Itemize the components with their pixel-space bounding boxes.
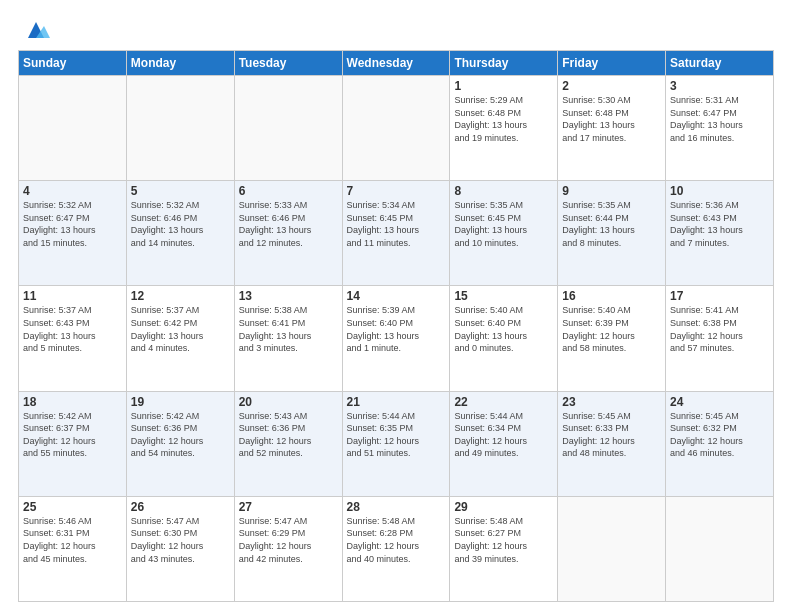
calendar-cell: 14Sunrise: 5:39 AM Sunset: 6:40 PM Dayli…: [342, 286, 450, 391]
calendar-cell: 18Sunrise: 5:42 AM Sunset: 6:37 PM Dayli…: [19, 391, 127, 496]
day-number: 12: [131, 289, 230, 303]
calendar-cell: 24Sunrise: 5:45 AM Sunset: 6:32 PM Dayli…: [666, 391, 774, 496]
day-number: 5: [131, 184, 230, 198]
day-number: 4: [23, 184, 122, 198]
day-info: Sunrise: 5:40 AM Sunset: 6:39 PM Dayligh…: [562, 304, 661, 354]
calendar-week-row: 25Sunrise: 5:46 AM Sunset: 6:31 PM Dayli…: [19, 496, 774, 601]
calendar-cell: 10Sunrise: 5:36 AM Sunset: 6:43 PM Dayli…: [666, 181, 774, 286]
calendar-cell: 29Sunrise: 5:48 AM Sunset: 6:27 PM Dayli…: [450, 496, 558, 601]
weekday-header-tuesday: Tuesday: [234, 51, 342, 76]
day-number: 16: [562, 289, 661, 303]
day-number: 2: [562, 79, 661, 93]
calendar-cell: 17Sunrise: 5:41 AM Sunset: 6:38 PM Dayli…: [666, 286, 774, 391]
calendar-cell: 3Sunrise: 5:31 AM Sunset: 6:47 PM Daylig…: [666, 76, 774, 181]
day-number: 27: [239, 500, 338, 514]
calendar-week-row: 18Sunrise: 5:42 AM Sunset: 6:37 PM Dayli…: [19, 391, 774, 496]
day-info: Sunrise: 5:41 AM Sunset: 6:38 PM Dayligh…: [670, 304, 769, 354]
calendar-cell: 22Sunrise: 5:44 AM Sunset: 6:34 PM Dayli…: [450, 391, 558, 496]
day-number: 11: [23, 289, 122, 303]
day-info: Sunrise: 5:47 AM Sunset: 6:30 PM Dayligh…: [131, 515, 230, 565]
weekday-header-thursday: Thursday: [450, 51, 558, 76]
day-info: Sunrise: 5:48 AM Sunset: 6:28 PM Dayligh…: [347, 515, 446, 565]
calendar-cell: [234, 76, 342, 181]
day-info: Sunrise: 5:40 AM Sunset: 6:40 PM Dayligh…: [454, 304, 553, 354]
day-info: Sunrise: 5:38 AM Sunset: 6:41 PM Dayligh…: [239, 304, 338, 354]
calendar-cell: 2Sunrise: 5:30 AM Sunset: 6:48 PM Daylig…: [558, 76, 666, 181]
page: SundayMondayTuesdayWednesdayThursdayFrid…: [0, 0, 792, 612]
weekday-header-wednesday: Wednesday: [342, 51, 450, 76]
day-info: Sunrise: 5:32 AM Sunset: 6:47 PM Dayligh…: [23, 199, 122, 249]
calendar-cell: 26Sunrise: 5:47 AM Sunset: 6:30 PM Dayli…: [126, 496, 234, 601]
day-info: Sunrise: 5:30 AM Sunset: 6:48 PM Dayligh…: [562, 94, 661, 144]
day-info: Sunrise: 5:44 AM Sunset: 6:34 PM Dayligh…: [454, 410, 553, 460]
day-info: Sunrise: 5:48 AM Sunset: 6:27 PM Dayligh…: [454, 515, 553, 565]
calendar-cell: 11Sunrise: 5:37 AM Sunset: 6:43 PM Dayli…: [19, 286, 127, 391]
day-number: 19: [131, 395, 230, 409]
calendar-cell: 19Sunrise: 5:42 AM Sunset: 6:36 PM Dayli…: [126, 391, 234, 496]
calendar-cell: 20Sunrise: 5:43 AM Sunset: 6:36 PM Dayli…: [234, 391, 342, 496]
day-number: 6: [239, 184, 338, 198]
day-info: Sunrise: 5:35 AM Sunset: 6:45 PM Dayligh…: [454, 199, 553, 249]
calendar-cell: 27Sunrise: 5:47 AM Sunset: 6:29 PM Dayli…: [234, 496, 342, 601]
day-number: 8: [454, 184, 553, 198]
day-number: 15: [454, 289, 553, 303]
calendar-cell: 8Sunrise: 5:35 AM Sunset: 6:45 PM Daylig…: [450, 181, 558, 286]
calendar-cell: 7Sunrise: 5:34 AM Sunset: 6:45 PM Daylig…: [342, 181, 450, 286]
day-info: Sunrise: 5:46 AM Sunset: 6:31 PM Dayligh…: [23, 515, 122, 565]
day-info: Sunrise: 5:42 AM Sunset: 6:37 PM Dayligh…: [23, 410, 122, 460]
calendar-cell: 15Sunrise: 5:40 AM Sunset: 6:40 PM Dayli…: [450, 286, 558, 391]
day-info: Sunrise: 5:33 AM Sunset: 6:46 PM Dayligh…: [239, 199, 338, 249]
day-number: 3: [670, 79, 769, 93]
day-number: 23: [562, 395, 661, 409]
day-number: 10: [670, 184, 769, 198]
calendar-cell: 5Sunrise: 5:32 AM Sunset: 6:46 PM Daylig…: [126, 181, 234, 286]
day-info: Sunrise: 5:39 AM Sunset: 6:40 PM Dayligh…: [347, 304, 446, 354]
day-info: Sunrise: 5:35 AM Sunset: 6:44 PM Dayligh…: [562, 199, 661, 249]
day-info: Sunrise: 5:45 AM Sunset: 6:32 PM Dayligh…: [670, 410, 769, 460]
calendar-cell: 21Sunrise: 5:44 AM Sunset: 6:35 PM Dayli…: [342, 391, 450, 496]
top-section: [18, 16, 774, 44]
calendar-cell: 13Sunrise: 5:38 AM Sunset: 6:41 PM Dayli…: [234, 286, 342, 391]
day-number: 14: [347, 289, 446, 303]
calendar-cell: 28Sunrise: 5:48 AM Sunset: 6:28 PM Dayli…: [342, 496, 450, 601]
calendar-cell: 25Sunrise: 5:46 AM Sunset: 6:31 PM Dayli…: [19, 496, 127, 601]
day-info: Sunrise: 5:32 AM Sunset: 6:46 PM Dayligh…: [131, 199, 230, 249]
day-number: 9: [562, 184, 661, 198]
calendar-week-row: 4Sunrise: 5:32 AM Sunset: 6:47 PM Daylig…: [19, 181, 774, 286]
day-info: Sunrise: 5:36 AM Sunset: 6:43 PM Dayligh…: [670, 199, 769, 249]
calendar-cell: 4Sunrise: 5:32 AM Sunset: 6:47 PM Daylig…: [19, 181, 127, 286]
day-number: 18: [23, 395, 122, 409]
day-number: 1: [454, 79, 553, 93]
calendar-cell: 9Sunrise: 5:35 AM Sunset: 6:44 PM Daylig…: [558, 181, 666, 286]
day-number: 29: [454, 500, 553, 514]
weekday-header-friday: Friday: [558, 51, 666, 76]
day-info: Sunrise: 5:34 AM Sunset: 6:45 PM Dayligh…: [347, 199, 446, 249]
calendar-cell: [19, 76, 127, 181]
day-number: 24: [670, 395, 769, 409]
day-number: 20: [239, 395, 338, 409]
day-number: 25: [23, 500, 122, 514]
calendar-cell: [558, 496, 666, 601]
day-number: 22: [454, 395, 553, 409]
day-number: 13: [239, 289, 338, 303]
calendar-cell: [342, 76, 450, 181]
day-info: Sunrise: 5:37 AM Sunset: 6:42 PM Dayligh…: [131, 304, 230, 354]
day-info: Sunrise: 5:47 AM Sunset: 6:29 PM Dayligh…: [239, 515, 338, 565]
day-number: 17: [670, 289, 769, 303]
day-info: Sunrise: 5:29 AM Sunset: 6:48 PM Dayligh…: [454, 94, 553, 144]
day-number: 28: [347, 500, 446, 514]
day-info: Sunrise: 5:44 AM Sunset: 6:35 PM Dayligh…: [347, 410, 446, 460]
calendar-cell: [666, 496, 774, 601]
calendar-cell: 6Sunrise: 5:33 AM Sunset: 6:46 PM Daylig…: [234, 181, 342, 286]
weekday-header-monday: Monday: [126, 51, 234, 76]
calendar-cell: 1Sunrise: 5:29 AM Sunset: 6:48 PM Daylig…: [450, 76, 558, 181]
calendar-week-row: 11Sunrise: 5:37 AM Sunset: 6:43 PM Dayli…: [19, 286, 774, 391]
calendar-week-row: 1Sunrise: 5:29 AM Sunset: 6:48 PM Daylig…: [19, 76, 774, 181]
calendar-header-row: SundayMondayTuesdayWednesdayThursdayFrid…: [19, 51, 774, 76]
day-info: Sunrise: 5:37 AM Sunset: 6:43 PM Dayligh…: [23, 304, 122, 354]
day-number: 7: [347, 184, 446, 198]
day-info: Sunrise: 5:31 AM Sunset: 6:47 PM Dayligh…: [670, 94, 769, 144]
calendar-cell: [126, 76, 234, 181]
logo-icon: [22, 16, 50, 44]
weekday-header-saturday: Saturday: [666, 51, 774, 76]
